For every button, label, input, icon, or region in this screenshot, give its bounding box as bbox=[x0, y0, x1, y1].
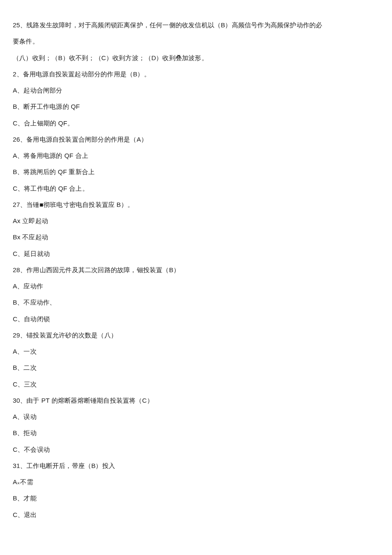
text-line: B、二次 bbox=[13, 360, 379, 376]
text-line: C、将工作电的 QF 合上。 bbox=[13, 180, 379, 197]
text-line: A、将备用电源的 QF 合上 bbox=[13, 148, 379, 164]
text-line: 26、备用电源自投装置合闸部分的作用是（A） bbox=[13, 131, 379, 148]
document-page: 25、线路发生故障时，对于高频闭锁距离保护，任何一侧的收发信机以（B）高频信号作… bbox=[0, 0, 392, 540]
text-line: A、应动作 bbox=[13, 278, 379, 294]
text-line: A、误动 bbox=[13, 409, 379, 425]
text-line: Aₓ不需 bbox=[13, 474, 379, 490]
text-line: B、拒动 bbox=[13, 425, 379, 441]
text-line: 29、锚投装置允许砂的次数是（八） bbox=[13, 327, 379, 343]
text-line: A、一次 bbox=[13, 343, 379, 360]
text-line: Ax 立即起动 bbox=[13, 213, 379, 229]
text-line: 31、工作电断开后，带座（B）投入 bbox=[13, 458, 379, 474]
text-line: C、三次 bbox=[13, 376, 379, 392]
text-line: C、不会误动 bbox=[13, 442, 379, 458]
text-line: B、断开工作电源的 QF bbox=[13, 99, 379, 115]
text-line: C、自动闭锁 bbox=[13, 311, 379, 327]
text-line: B、不应动作、 bbox=[13, 294, 379, 311]
text-line: 30、由于 PT 的熔断器熔断锤期自投装置将（C） bbox=[13, 392, 379, 409]
text-line: 2、备用电源自投装置起动部分的作用是（B）。 bbox=[13, 66, 379, 82]
text-line: 25、线路发生故障时，对于高频闭锁距离保护，任何一侧的收发信机以（B）高频信号作… bbox=[13, 17, 379, 33]
text-line: C、合上钿期的 QF。 bbox=[13, 115, 379, 131]
text-line: 28、作用山西固元件及其二次回路的故障，钿投装置（B） bbox=[13, 262, 379, 278]
text-line: B、将跳闸后的 QF 重新合上 bbox=[13, 164, 379, 180]
text-line: C、延日就动 bbox=[13, 246, 379, 262]
text-line: A、起动合闸部分 bbox=[13, 82, 379, 99]
text-line: C、退出 bbox=[13, 507, 379, 523]
text-line: Bx 不应起动 bbox=[13, 229, 379, 245]
text-line: 要条件。 bbox=[13, 33, 379, 49]
text-line: 27、当锤■彻班电寸密电自投装置应 B）。 bbox=[13, 197, 379, 213]
text-line: （八）收到；（B）收不到；（C）收到方波；（D）收到叠加波形。 bbox=[13, 50, 379, 66]
text-line: B、才能 bbox=[13, 490, 379, 506]
